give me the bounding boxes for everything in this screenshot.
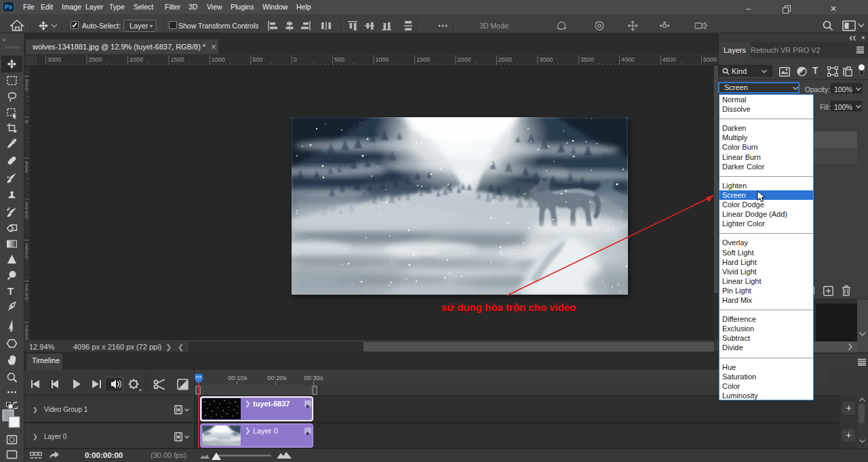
svg-text:3000: 3000 xyxy=(539,56,553,63)
svg-text:3500: 3500 xyxy=(580,56,594,63)
svg-text:0: 0 xyxy=(294,56,297,63)
svg-text:0: 0 xyxy=(25,168,28,174)
svg-text:T: T xyxy=(7,285,14,297)
svg-text:4500: 4500 xyxy=(663,56,676,63)
svg-text:5000: 5000 xyxy=(703,56,717,63)
svg-text:1500: 1500 xyxy=(416,56,430,63)
svg-text:0: 0 xyxy=(25,295,28,301)
svg-text:2500: 2500 xyxy=(498,56,512,63)
svg-text:1000: 1000 xyxy=(212,56,225,63)
svg-text:3000: 3000 xyxy=(47,56,61,63)
svg-text:0: 0 xyxy=(25,119,28,125)
svg-text:2000: 2000 xyxy=(130,56,143,63)
svg-text:2000: 2000 xyxy=(457,56,471,63)
svg-text:»: » xyxy=(2,37,5,43)
svg-text:0: 0 xyxy=(25,254,28,260)
svg-text:1500: 1500 xyxy=(170,56,184,63)
svg-text:0: 0 xyxy=(25,86,28,92)
svg-text:2500: 2500 xyxy=(89,56,102,63)
svg-text:500: 500 xyxy=(334,56,344,63)
svg-text:500: 500 xyxy=(252,56,262,63)
svg-text:1000: 1000 xyxy=(376,56,389,63)
svg-text:0: 0 xyxy=(25,213,28,219)
svg-text:4000: 4000 xyxy=(621,56,635,63)
